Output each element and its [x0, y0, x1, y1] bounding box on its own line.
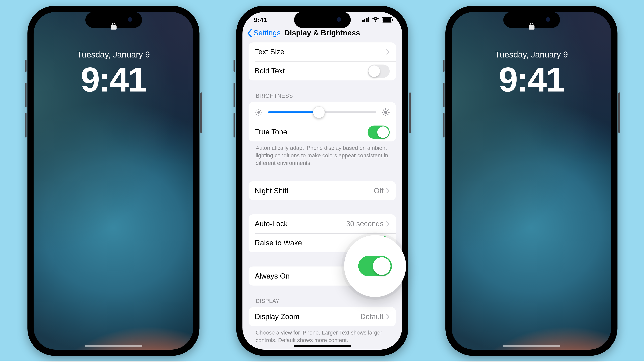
- row-value: Off: [374, 186, 384, 195]
- row-label: Night Shift: [255, 186, 374, 195]
- row-auto-lock[interactable]: Auto-Lock 30 seconds: [248, 214, 396, 233]
- svg-line-8: [260, 110, 261, 110]
- battery-icon: [382, 17, 392, 22]
- back-button[interactable]: Settings: [246, 28, 282, 37]
- true-tone-footer: Automatically adapt iPhone display based…: [248, 141, 396, 167]
- row-night-shift[interactable]: Night Shift Off: [248, 181, 396, 200]
- chevron-right-icon: [386, 314, 390, 320]
- text-group: Text Size Bold Text: [248, 42, 396, 80]
- row-value: 30 seconds: [346, 220, 384, 228]
- dynamic-island: [294, 12, 351, 28]
- slider-track[interactable]: [268, 111, 376, 113]
- sun-bright-icon: [382, 108, 390, 116]
- iphone-left: Tuesday, January 9 9:41: [28, 6, 200, 356]
- chevron-right-icon: [386, 188, 390, 193]
- lock-time: 9:41: [452, 60, 611, 100]
- svg-line-14: [383, 110, 384, 110]
- svg-line-7: [256, 114, 257, 115]
- display-zoom-group: Display Zoom Default: [248, 307, 396, 326]
- chevron-right-icon: [386, 49, 390, 55]
- lock-date: Tuesday, January 9: [34, 50, 193, 60]
- lock-icon: [110, 23, 116, 31]
- svg-point-0: [257, 111, 260, 114]
- sun-dim-icon: [255, 108, 263, 116]
- night-shift-group: Night Shift Off: [248, 181, 396, 200]
- display-header: DISPLAY: [248, 298, 396, 307]
- row-label: True Tone: [255, 128, 368, 136]
- row-true-tone: True Tone: [248, 122, 396, 141]
- svg-point-9: [384, 111, 388, 114]
- iphone-right: Tuesday, January 9 9:41: [446, 6, 618, 356]
- display-zoom-footer: Choose a view for iPhone. Larger Text sh…: [248, 326, 396, 344]
- slider-thumb[interactable]: [313, 107, 325, 118]
- home-indicator[interactable]: [294, 345, 351, 347]
- zoom-bubble: [344, 235, 406, 297]
- lock-screen[interactable]: Tuesday, January 9 9:41: [452, 12, 611, 350]
- brightness-slider[interactable]: [248, 102, 396, 122]
- row-label: Auto-Lock: [255, 220, 346, 228]
- back-label: Settings: [254, 28, 280, 37]
- wifi-icon: [372, 16, 379, 23]
- row-label: Display Zoom: [255, 312, 360, 321]
- lock-time: 9:41: [34, 60, 193, 100]
- status-time: 9:41: [254, 16, 267, 23]
- iphone-center: 9:41 Settings D: [236, 6, 408, 356]
- row-bold-text: Bold Text: [248, 61, 396, 80]
- svg-line-5: [256, 110, 257, 110]
- row-label: Bold Text: [255, 67, 368, 75]
- brightness-header: BRIGHTNESS: [248, 93, 396, 102]
- row-label: Text Size: [255, 48, 386, 56]
- row-text-size[interactable]: Text Size: [248, 42, 396, 61]
- brightness-group: True Tone: [248, 102, 396, 141]
- home-indicator[interactable]: [85, 345, 142, 347]
- svg-line-15: [388, 114, 388, 115]
- toggle-always-on-zoomed[interactable]: [358, 256, 392, 276]
- lock-date: Tuesday, January 9: [452, 50, 611, 60]
- lock-icon: [528, 23, 534, 31]
- svg-line-17: [388, 110, 388, 110]
- home-indicator[interactable]: [502, 345, 560, 347]
- chevron-right-icon: [386, 221, 390, 227]
- lock-screen[interactable]: Tuesday, January 9 9:41: [34, 12, 193, 350]
- row-value: Default: [360, 312, 384, 321]
- svg-line-6: [260, 114, 261, 115]
- row-label: Raise to Wake: [255, 239, 368, 247]
- toggle-bold-text[interactable]: [368, 64, 390, 78]
- cellular-icon: [362, 17, 370, 22]
- toggle-true-tone[interactable]: [368, 125, 390, 139]
- settings-screen: 9:41 Settings D: [242, 12, 402, 350]
- canvas: Tuesday, January 9 9:41 Tuesday, January…: [0, 0, 644, 361]
- svg-line-16: [383, 114, 384, 115]
- row-display-zoom[interactable]: Display Zoom Default: [248, 307, 396, 326]
